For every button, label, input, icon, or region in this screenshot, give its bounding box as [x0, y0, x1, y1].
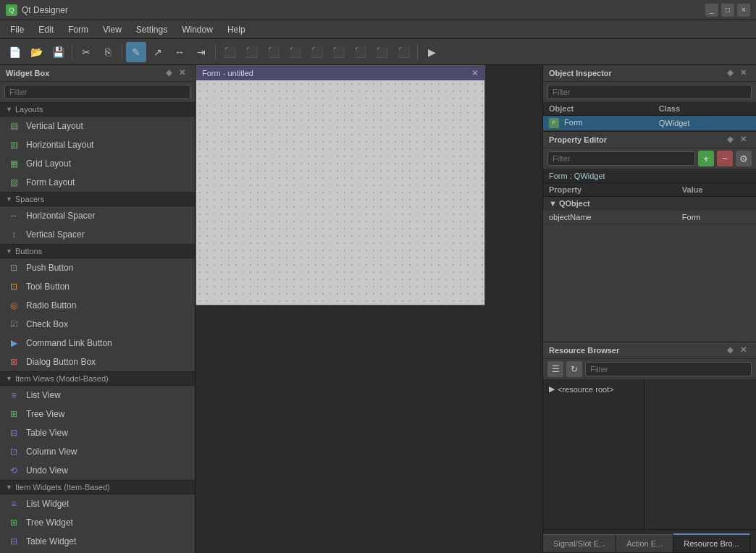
connect-mode-button[interactable]: ↔ [169, 42, 190, 62]
maximize-button[interactable]: □ [721, 4, 734, 17]
menu-form[interactable]: Form [61, 22, 96, 37]
prop-value-objectname[interactable]: Form [676, 211, 756, 224]
widget-box-float-icon[interactable]: ◈ [166, 68, 176, 78]
menu-window[interactable]: Window [175, 22, 220, 37]
res-reload-button[interactable]: ↻ [566, 361, 582, 377]
rb-close-icon[interactable]: ✕ [740, 345, 750, 355]
layout-break2-button[interactable]: ⬛ [393, 42, 413, 62]
widget-grid-layout[interactable]: ▦ Grid Layout [0, 154, 195, 173]
edit-mode-button[interactable]: ✎ [126, 42, 146, 62]
canvas-area: Form - untitled ✕ [196, 65, 542, 553]
oi-row-form[interactable]: F Form QWidget [543, 116, 756, 131]
object-inspector-filter[interactable] [547, 85, 752, 99]
widget-dialog-button[interactable]: ⊠ Dialog Button Box [0, 353, 195, 371]
form-close-button[interactable]: ✕ [471, 68, 479, 78]
category-layouts-arrow: ▼ [6, 106, 12, 113]
widget-push-button[interactable]: ⊡ Push Button [0, 258, 195, 277]
oi-float-icon[interactable]: ◈ [727, 68, 737, 78]
property-filter[interactable] [547, 151, 695, 166]
push-button-label: Push Button [26, 263, 73, 273]
minimize-button[interactable]: _ [705, 4, 718, 17]
category-spacers[interactable]: ▼ Spacers [0, 192, 195, 206]
menu-view[interactable]: View [96, 22, 129, 37]
widget-table-widget[interactable]: ⊟ Table Widget [0, 532, 195, 551]
category-layouts[interactable]: ▼ Layouts [0, 102, 195, 117]
titlebar-controls[interactable]: _ □ × [705, 4, 750, 17]
prop-row-objectname[interactable]: objectName Form [543, 211, 756, 224]
res-filter-input[interactable] [585, 362, 752, 376]
category-buttons-label: Buttons [15, 247, 42, 256]
category-buttons[interactable]: ▼ Buttons [0, 244, 195, 258]
open-button[interactable]: 📂 [26, 42, 46, 62]
widget-undo-view[interactable]: ⟲ Undo View [0, 461, 195, 480]
pe-close-icon[interactable]: ✕ [740, 135, 750, 145]
layout-h2-button[interactable]: ⬛ [328, 42, 348, 62]
widget-box-header: Widget Box ◈ ✕ [0, 65, 195, 82]
widget-column-view[interactable]: ⊡ Column View [0, 442, 195, 461]
sep1 [72, 44, 72, 60]
layout-h-button[interactable]: ⬛ [219, 42, 240, 62]
layout-grid-button[interactable]: ⬛ [263, 42, 283, 62]
layout-v2-button[interactable]: ⬛ [371, 42, 392, 62]
layout-grid2-button[interactable]: ⬛ [350, 42, 370, 62]
tab-mode-button[interactable]: ⇥ [191, 42, 211, 62]
category-widgets-arrow: ▼ [6, 484, 12, 491]
menu-help[interactable]: Help [220, 22, 253, 37]
res-edit-button[interactable]: ☰ [547, 361, 563, 377]
new-button[interactable]: 📄 [4, 42, 25, 62]
oi-close-icon[interactable]: ✕ [740, 68, 750, 78]
preview-button[interactable]: ▶ [421, 42, 442, 62]
cut-button[interactable]: ✂ [76, 42, 96, 62]
widget-radio-button[interactable]: ◎ Radio Button [0, 296, 195, 315]
dialog-button-label: Dialog Button Box [26, 357, 96, 367]
close-button[interactable]: × [737, 4, 750, 17]
list-view-icon: ≡ [7, 389, 20, 402]
property-settings-button[interactable]: ⚙ [736, 151, 752, 166]
list-widget-icon: ≡ [7, 497, 20, 510]
widget-box-close-icon[interactable]: ✕ [179, 68, 189, 78]
widget-vertical-layout[interactable]: ▤ Vertical Layout [0, 117, 195, 135]
layout-v-button[interactable]: ⬛ [241, 42, 261, 62]
widget-check-box[interactable]: ☑ Check Box [0, 315, 195, 334]
table-view-label: Table View [26, 428, 68, 438]
oi-form-name: Form [564, 118, 583, 127]
widget-list-view[interactable]: ≡ List View [0, 386, 195, 405]
widget-horizontal-layout[interactable]: ▥ Horizontal Layout [0, 135, 195, 154]
pointer-mode-button[interactable]: ↗ [148, 42, 168, 62]
widget-h-spacer[interactable]: ↔ Horizontal Spacer [0, 206, 195, 225]
rb-float-icon[interactable]: ◈ [727, 345, 737, 355]
pe-float-icon[interactable]: ◈ [727, 135, 737, 145]
category-item-views[interactable]: ▼ Item Views (Model-Based) [0, 371, 195, 386]
widget-box-filter[interactable] [4, 85, 190, 99]
save-button[interactable]: 💾 [48, 42, 68, 62]
widget-command-link[interactable]: ▶ Command Link Button [0, 334, 195, 353]
property-remove-button[interactable]: − [717, 151, 733, 166]
object-inspector: Object Inspector ◈ ✕ Object Class [543, 65, 756, 132]
widget-list-widget[interactable]: ≡ List Widget [0, 494, 195, 513]
resource-browser: Resource Browser ◈ ✕ ☰ ↻ ▶ <resource roo… [543, 342, 756, 553]
menu-file[interactable]: File [3, 22, 31, 37]
tab-resource-browser[interactable]: Resource Bro... [673, 533, 749, 552]
layout-break-button[interactable]: ⬛ [306, 42, 327, 62]
copy-button[interactable]: ⎘ [98, 42, 118, 62]
form-canvas[interactable] [196, 80, 484, 305]
category-views-arrow: ▼ [6, 375, 12, 382]
widget-v-spacer[interactable]: ↕ Vertical Spacer [0, 225, 195, 244]
res-root-item[interactable]: ▶ <resource root> [546, 383, 641, 395]
category-item-widgets[interactable]: ▼ Item Widgets (Item-Based) [0, 480, 195, 494]
menu-settings[interactable]: Settings [129, 22, 175, 37]
menu-edit[interactable]: Edit [31, 22, 61, 37]
widget-tool-button[interactable]: ⊡ Tool Button [0, 277, 195, 296]
widget-table-view[interactable]: ⊟ Table View [0, 423, 195, 442]
widget-tree-view[interactable]: ⊞ Tree View [0, 405, 195, 423]
tool-button-label: Tool Button [26, 282, 70, 292]
widget-tree-widget[interactable]: ⊞ Tree Widget [0, 513, 195, 532]
widget-form-layout[interactable]: ▧ Form Layout [0, 173, 195, 192]
object-inspector-content: Object Class F Form QWidget [543, 102, 756, 131]
prop-name-objectname: objectName [543, 211, 676, 224]
layout-form-button[interactable]: ⬛ [285, 42, 305, 62]
tab-action-editor[interactable]: Action E... [616, 534, 673, 552]
property-add-button[interactable]: + [698, 151, 714, 166]
vertical-layout-icon: ▤ [7, 119, 20, 132]
tab-signal-slot[interactable]: Signal/Slot E... [543, 534, 616, 552]
